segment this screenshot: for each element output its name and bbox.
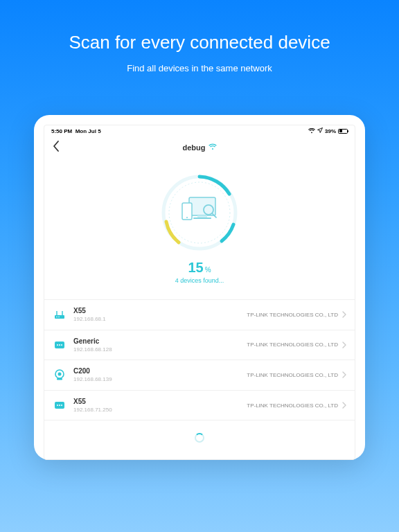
marketing-subtitle: Find all devices in the same network: [0, 63, 399, 73]
svg-rect-4: [193, 218, 211, 219]
device-text: X55192.168.71.250: [73, 398, 247, 414]
device-row[interactable]: Generic192.168.68.128TP-LINK TECHNOLOGIE…: [44, 330, 355, 360]
svg-point-16: [59, 344, 60, 346]
device-vendor: TP-LINK TECHNOLOGIES CO., LTD: [247, 312, 338, 318]
svg-point-13: [58, 317, 60, 318]
network-name: debug: [183, 143, 206, 152]
device-vendor: TP-LINK TECHNOLOGIES CO., LTD: [247, 372, 338, 378]
status-right: 39%: [308, 127, 348, 134]
device-text: X55192.168.68.1: [73, 307, 247, 323]
status-left: 5:50 PM Mon Jul 5: [51, 128, 101, 134]
svg-point-17: [61, 344, 62, 346]
svg-point-15: [57, 344, 58, 346]
device-type-icon: [53, 398, 66, 412]
loading-spinner-icon: [195, 433, 204, 443]
device-type-icon: [53, 308, 66, 321]
device-ip: 192.168.68.1: [73, 316, 247, 323]
chevron-right-icon: [342, 339, 346, 351]
status-bar: 5:50 PM Mon Jul 5 39%: [44, 125, 355, 136]
device-vendor: TP-LINK TECHNOLOGIES CO., LTD: [247, 342, 338, 348]
chevron-right-icon: [342, 399, 346, 411]
nav-bar: debug: [44, 136, 355, 159]
network-label: debug: [183, 143, 217, 152]
device-text: Generic192.168.68.128: [73, 337, 247, 353]
scan-percent-value: 15: [188, 260, 203, 275]
device-name: X55: [73, 398, 247, 406]
svg-point-22: [57, 405, 58, 406]
location-icon: [317, 127, 323, 134]
svg-point-6: [186, 217, 188, 218]
scan-percent-unit: %: [205, 266, 211, 274]
loading-area: [44, 420, 355, 459]
scan-area: 15% 4 devices found...: [44, 159, 355, 294]
scan-found-text: 4 devices found...: [175, 277, 224, 284]
devices-scan-icon: [179, 193, 220, 229]
scan-percent: 15%: [188, 260, 211, 276]
device-text: C200192.168.68.139: [73, 367, 247, 383]
tablet-screen: 5:50 PM Mon Jul 5 39% debug: [44, 125, 355, 460]
device-type-icon: [53, 368, 66, 382]
device-type-icon: [53, 338, 66, 352]
device-name: X55: [73, 307, 247, 315]
device-list: X55192.168.68.1TP-LINK TECHNOLOGIES CO.,…: [44, 299, 355, 420]
svg-rect-9: [55, 315, 64, 319]
battery-percent: 39%: [325, 128, 336, 134]
svg-point-12: [56, 317, 57, 318]
device-row[interactable]: X55192.168.68.1TP-LINK TECHNOLOGIES CO.,…: [44, 299, 355, 330]
device-name: C200: [73, 367, 247, 375]
device-ip: 192.168.71.250: [73, 407, 247, 414]
wifi-icon: [209, 143, 217, 152]
back-button[interactable]: [51, 139, 61, 156]
chevron-left-icon: [51, 139, 61, 153]
status-time: 5:50 PM: [51, 128, 72, 134]
device-vendor: TP-LINK TECHNOLOGIES CO., LTD: [247, 402, 338, 409]
chevron-right-icon: [342, 308, 346, 321]
svg-point-24: [61, 405, 62, 406]
svg-rect-20: [57, 378, 62, 380]
device-row[interactable]: C200192.168.68.139TP-LINK TECHNOLOGIES C…: [44, 360, 355, 390]
device-name: Generic: [73, 337, 247, 346]
svg-point-19: [58, 373, 62, 376]
tablet-frame: 5:50 PM Mon Jul 5 39% debug: [34, 115, 365, 460]
wifi-icon: [308, 128, 315, 134]
svg-rect-3: [197, 215, 207, 218]
marketing-title: Scan for every connected device: [0, 0, 399, 53]
battery-icon: [338, 129, 348, 134]
scan-progress-circle: [158, 171, 241, 254]
status-date: Mon Jul 5: [76, 128, 101, 134]
svg-point-23: [59, 405, 60, 406]
device-ip: 192.168.68.139: [73, 376, 247, 383]
chevron-right-icon: [342, 369, 346, 381]
device-ip: 192.168.68.128: [73, 346, 247, 353]
device-row[interactable]: X55192.168.71.250TP-LINK TECHNOLOGIES CO…: [44, 390, 355, 421]
